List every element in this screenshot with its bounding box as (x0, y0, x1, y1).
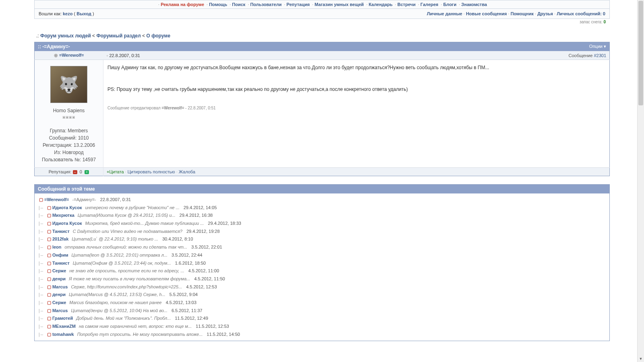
nav-link[interactable]: Знакомства (461, 2, 487, 7)
thread-excerpt[interactable]: Попробую тут спросить. Не могу просматри… (74, 332, 203, 337)
thread-row: |— ▢MarcusСерже, http://forumnov.com/ind… (38, 283, 606, 291)
nav-link[interactable]: Репутация (287, 2, 310, 7)
reputation-label: Репутация: (49, 169, 73, 174)
thread-date: 1.6.2012, 18:50 (171, 261, 206, 265)
thread-user-link[interactable]: денри (52, 276, 66, 281)
thread-excerpt[interactable]: Цитата(leon @ 3.5.2012, 23:01) отправка … (68, 253, 167, 257)
thread-date: 29.4.2012, 19:28 (182, 229, 220, 234)
thread-excerpt[interactable]: отправка личных сообщений: можно ли сдел… (62, 245, 188, 249)
thread-user-link[interactable]: Идиота Кусок (52, 221, 82, 226)
thread-user-link[interactable]: Marcus (52, 284, 68, 289)
scroll-thumb[interactable] (638, 1, 643, 105)
quote-full-button[interactable]: Цитировать полностью (128, 169, 175, 174)
thread-row: |— ▢MarcusЦитата(денри @ 5.5.2012, 10:04… (38, 307, 606, 315)
scrollbar[interactable]: ▲ ▼ (637, 0, 644, 341)
thread-item-icon: ▢ (46, 221, 52, 226)
thread-item-icon: ▢ (46, 245, 52, 249)
thread-excerpt[interactable]: Михрютка, бред какой-то... Думаю такие п… (82, 221, 204, 226)
author-link[interactable]: =Werewolf= (59, 53, 84, 58)
thread-date: 11.5.2012, 14:50 (203, 332, 240, 337)
quote-button[interactable]: +Цитата (107, 169, 124, 174)
thread-date: 4.5.2012, 11:00 (184, 268, 219, 273)
thread-row: |— ▢ТанкистС Dailymotion или Vimeo видео… (38, 228, 606, 236)
nav-link[interactable]: Магазин умных вещей (314, 2, 363, 7)
thread-row: |— ▢ОнфимЦитата(leon @ 3.5.2012, 23:01) … (38, 251, 606, 259)
thread-date: 4.5.2012, 12:53 (182, 284, 217, 289)
thread-row: |— ▢Идиота Кусокинтересно почему в рубри… (38, 204, 606, 212)
thread-item-icon: ▢ (46, 324, 52, 329)
thread-user-link[interactable]: Танкист (52, 229, 70, 234)
userbar-link[interactable]: Помощник (510, 11, 533, 16)
user-reg-date: Регистрация: 13.2.2006 (39, 142, 99, 149)
thread-user-link[interactable]: 2012fak (52, 237, 68, 241)
thread-excerpt[interactable]: -=Админу=- (69, 197, 96, 202)
breadcrumb-link[interactable]: Форум умных людей (40, 33, 91, 39)
thread-excerpt[interactable]: Marcus благодарю, поиском не нашел ранее (66, 300, 161, 305)
message-number[interactable]: Сообщение #2301 (568, 53, 606, 58)
avatar[interactable]: 🐺 (50, 66, 87, 103)
thread-user-link[interactable]: Marcus (52, 308, 68, 313)
snow-balance: запас снега: 0 (34, 19, 610, 25)
thread-row: |— ▢ГрамотейДобрый день. Мой ник "Полков… (38, 315, 606, 323)
thread-user-link[interactable]: leon (52, 245, 62, 249)
thread-excerpt[interactable]: Серже, http://forumnov.com/index.php?sho… (68, 284, 182, 289)
thread-excerpt[interactable]: не знаю где спросить, простите если не п… (66, 268, 184, 273)
rep-plus-button[interactable]: + (85, 170, 89, 174)
thread-item-icon: ▢ (46, 261, 52, 265)
post-date-icon: ▫ (107, 53, 108, 58)
thread-excerpt[interactable]: Добрый день. Мой ник "Полковникъ". Пробл… (73, 316, 171, 321)
thread-user-link[interactable]: денри (52, 292, 66, 297)
thread-user-link[interactable]: tomahawk (52, 332, 74, 337)
userbar-link[interactable]: Новые сообщения (466, 11, 507, 16)
topic-title: -=Админу=- (42, 44, 70, 49)
userbar-link[interactable]: Личные данные (427, 11, 462, 16)
thread-item-icon: ▢ (46, 253, 52, 257)
thread-excerpt[interactable]: Цитата(денри @ 5.5.2012, 10:04) На мой в… (68, 308, 167, 313)
thread-item-icon: ▢ (46, 332, 52, 337)
breadcrumb-link[interactable]: Форумный раздел (96, 33, 140, 39)
thread-excerpt[interactable]: Я тоже не могу писать в личку пользовате… (66, 276, 190, 281)
userbar-link[interactable]: Друзья (537, 11, 553, 16)
report-button[interactable]: Жалоба (179, 169, 195, 174)
topic-options-dropdown[interactable]: Опции ▾ (589, 44, 606, 49)
thread-date: 11.5.2012, 12:49 (171, 316, 208, 321)
rep-minus-button[interactable]: – (73, 170, 77, 174)
nav-link[interactable]: Пользователи (250, 2, 282, 7)
nav-link[interactable]: Блоги (443, 2, 456, 7)
chevron-down-icon: ▾ (604, 44, 606, 49)
nav-link[interactable]: Помощь (209, 2, 227, 7)
nav-link[interactable]: Реклама на форуме (161, 2, 204, 7)
thread-excerpt[interactable]: Цитата(Lu` @ 22.4.2012, 9:10) только ... (68, 237, 158, 241)
rank-pips-icon: ▣▣▣▣ (39, 115, 99, 120)
thread-item-icon: ▢ (46, 276, 52, 281)
thread-user-link[interactable]: МЕханиZM (52, 324, 76, 329)
thread-excerpt[interactable]: Цитата(Marcus @ 4.5.2012, 13:53) Серже, … (66, 292, 165, 297)
nav-link[interactable]: Встречи (397, 2, 415, 7)
thread-item-icon: ▢ (38, 197, 44, 202)
breadcrumb-link[interactable]: О форуме (147, 33, 171, 39)
thread-user-link[interactable]: Серже (52, 300, 66, 305)
thread-excerpt[interactable]: интересно почему в рубрике "Новости" не … (82, 205, 180, 210)
logout-link[interactable]: Выход (76, 11, 91, 16)
user-id: Пользователь №: 14597 (39, 156, 99, 163)
thread-excerpt[interactable]: Цитата(Идиота Кусок @ 29.4.2012, 15:05) … (74, 213, 175, 218)
username-link[interactable]: kezo (63, 11, 72, 16)
thread-user-link[interactable]: Онфим (52, 253, 68, 257)
thread-excerpt[interactable]: на самом нике ограничений нет, вопрос: к… (76, 324, 192, 329)
thread-user-link[interactable]: =Werewolf= (44, 197, 69, 202)
thread-item-icon: ▢ (46, 292, 52, 297)
topic-marker: :: (38, 44, 42, 49)
pm-link[interactable]: Личных сообщений: 0 (557, 11, 605, 16)
thread-user-link[interactable]: Серже (52, 268, 66, 273)
user-post-count: Сообщений: 1010 (39, 134, 99, 142)
thread-user-link[interactable]: Михрютка (52, 213, 74, 218)
thread-item-icon: ▢ (46, 237, 52, 241)
thread-user-link[interactable]: Грамотей (52, 316, 73, 321)
nav-link[interactable]: Галерея (421, 2, 438, 7)
thread-user-link[interactable]: Танкист (52, 261, 70, 265)
thread-excerpt[interactable]: Цитата(Онфим @ 3.5.2012, 23:44) ок, поду… (70, 261, 171, 265)
nav-link[interactable]: Поиск (232, 2, 246, 7)
nav-link[interactable]: Календарь (369, 2, 392, 7)
thread-user-link[interactable]: Идиота Кусок (52, 205, 82, 210)
thread-excerpt[interactable]: С Dailymotion или Vimeo видео не подхват… (70, 229, 182, 234)
